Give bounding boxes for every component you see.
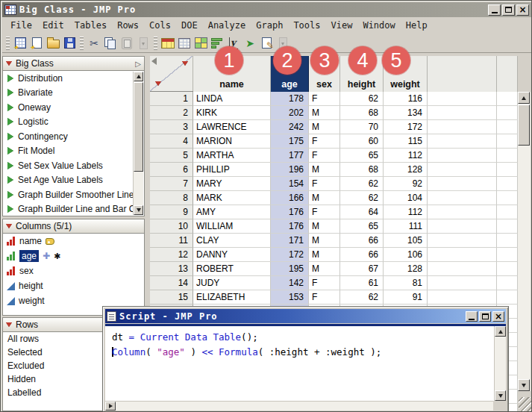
table-script-item[interactable]: Fit Model: [3, 144, 144, 159]
column-item-name[interactable]: name: [3, 234, 144, 249]
window-resize-grip[interactable]: [519, 397, 532, 412]
cell-sex[interactable]: F: [309, 205, 340, 219]
row-number-cell[interactable]: 15: [150, 290, 193, 305]
cell-sex[interactable]: F: [309, 177, 340, 191]
cell-sex[interactable]: M: [309, 191, 340, 205]
table-script-item[interactable]: Set Age Value Labels: [3, 173, 144, 188]
menu-item-cols[interactable]: Cols: [144, 19, 176, 32]
cell-age[interactable]: 153: [271, 290, 309, 305]
cell-weight[interactable]: 134: [384, 106, 428, 120]
table-script-item[interactable]: Set Sex Value Labels: [3, 158, 144, 173]
menu-item-tools[interactable]: Tools: [288, 19, 325, 32]
row-number-cell[interactable]: 1: [150, 92, 193, 106]
cell-age[interactable]: 196: [271, 163, 309, 177]
cell-name[interactable]: MARY: [193, 177, 271, 191]
table-vertical-scrollbar[interactable]: [518, 92, 531, 391]
cell-empty[interactable]: [497, 149, 518, 163]
cell-name[interactable]: ELIZABETH: [193, 290, 271, 305]
cell-name[interactable]: KIRK: [193, 106, 271, 120]
copy-icon[interactable]: [102, 35, 119, 52]
cell-sex[interactable]: F: [309, 276, 340, 290]
cell-name[interactable]: MARK: [193, 191, 271, 205]
cell-empty[interactable]: [497, 276, 518, 290]
cell-height[interactable]: 62: [340, 177, 384, 191]
cell-empty[interactable]: [497, 234, 518, 248]
cell-empty[interactable]: [497, 219, 518, 234]
columns-panel-header[interactable]: Columns (5/1): [2, 219, 145, 234]
cell-empty[interactable]: [497, 134, 518, 149]
red-triangle-menu-icon[interactable]: [6, 61, 12, 66]
cell-weight[interactable]: 112: [384, 149, 428, 163]
table-script-item[interactable]: Contingency: [3, 129, 144, 144]
cell-name[interactable]: MARTHA: [193, 149, 271, 163]
table-panel-header[interactable]: Big Class ▷: [2, 56, 145, 71]
cell-name[interactable]: PHILLIP: [193, 163, 271, 177]
cell-height[interactable]: 65: [340, 219, 384, 234]
paste-dropdown-icon[interactable]: ▾: [135, 35, 151, 52]
cell-name[interactable]: DANNY: [193, 248, 271, 262]
cell-empty[interactable]: [428, 290, 497, 305]
column-item-height[interactable]: height: [3, 278, 144, 293]
menu-item-file[interactable]: File: [5, 19, 37, 32]
row-number-cell[interactable]: 12: [150, 248, 193, 262]
cell-empty[interactable]: [428, 276, 497, 290]
cell-age[interactable]: 176: [271, 219, 309, 234]
row-number-cell[interactable]: 3: [150, 120, 193, 134]
cell-empty[interactable]: [497, 262, 518, 276]
cell-weight[interactable]: 128: [384, 262, 428, 276]
cell-name[interactable]: AMY: [193, 205, 271, 219]
column-header-empty[interactable]: [428, 56, 497, 92]
row-number-cell[interactable]: 5: [150, 149, 193, 163]
table-script-item[interactable]: Graph Builder Smoother Line: [3, 187, 144, 202]
summary-table-icon[interactable]: [176, 35, 193, 52]
cell-name[interactable]: CLAY: [193, 234, 271, 248]
cell-weight[interactable]: 81: [384, 276, 428, 290]
cell-name[interactable]: LINDA: [193, 92, 271, 106]
cell-height[interactable]: 66: [340, 234, 384, 248]
cell-sex[interactable]: F: [309, 92, 340, 106]
column-item-sex[interactable]: sex: [3, 263, 144, 278]
edit-script-icon[interactable]: ✎: [258, 35, 275, 52]
scroll-down-icon[interactable]: [134, 205, 143, 215]
row-number-cell[interactable]: 11: [150, 234, 193, 248]
menu-item-analyze[interactable]: Analyze: [203, 19, 251, 32]
cell-empty[interactable]: [428, 191, 497, 205]
cell-empty[interactable]: [497, 177, 518, 191]
table-script-item[interactable]: Distribution: [3, 71, 144, 86]
cell-sex[interactable]: M: [309, 219, 340, 234]
paste-icon[interactable]: [119, 35, 135, 52]
cell-age[interactable]: 178: [271, 92, 309, 106]
cell-empty[interactable]: [428, 120, 497, 134]
cell-sex[interactable]: F: [309, 290, 340, 305]
rows-menu-icon[interactable]: [155, 81, 161, 86]
row-number-cell[interactable]: 8: [150, 191, 193, 205]
cell-age[interactable]: 171: [271, 234, 309, 248]
scroll-down-icon[interactable]: [518, 379, 530, 391]
table-script-item[interactable]: Bivariate: [3, 86, 144, 101]
row-number-cell[interactable]: 14: [150, 276, 193, 290]
script-title-bar[interactable]: Script - JMP Pro ×: [105, 309, 506, 323]
row-number-cell[interactable]: 10: [150, 219, 193, 234]
cell-sex[interactable]: M: [309, 163, 340, 177]
cell-age[interactable]: 177: [271, 149, 309, 163]
cell-weight[interactable]: 92: [384, 177, 428, 191]
table-script-item[interactable]: Logistic: [3, 115, 144, 130]
cut-icon[interactable]: ✂: [86, 35, 102, 52]
cell-weight[interactable]: 116: [384, 92, 428, 106]
close-icon[interactable]: ×: [492, 311, 504, 322]
scroll-up-icon[interactable]: [518, 92, 530, 104]
cell-name[interactable]: ROBERT: [193, 262, 271, 276]
cell-empty[interactable]: [497, 248, 518, 262]
script-horizontal-scrollbar[interactable]: [105, 401, 493, 411]
script-vertical-scrollbar[interactable]: [494, 326, 506, 401]
table-script-item[interactable]: Graph Builder Line and Bar Ch: [3, 202, 144, 217]
cell-age[interactable]: 142: [271, 276, 309, 290]
scroll-up-icon[interactable]: [495, 326, 506, 337]
cell-name[interactable]: LAWRENCE: [193, 120, 271, 134]
cell-sex[interactable]: M: [309, 106, 340, 120]
cell-weight[interactable]: 111: [384, 219, 428, 234]
scrollbar-thumb[interactable]: [518, 104, 530, 146]
cell-empty[interactable]: [497, 120, 518, 134]
cell-empty[interactable]: [428, 92, 497, 106]
cell-empty[interactable]: [428, 262, 497, 276]
